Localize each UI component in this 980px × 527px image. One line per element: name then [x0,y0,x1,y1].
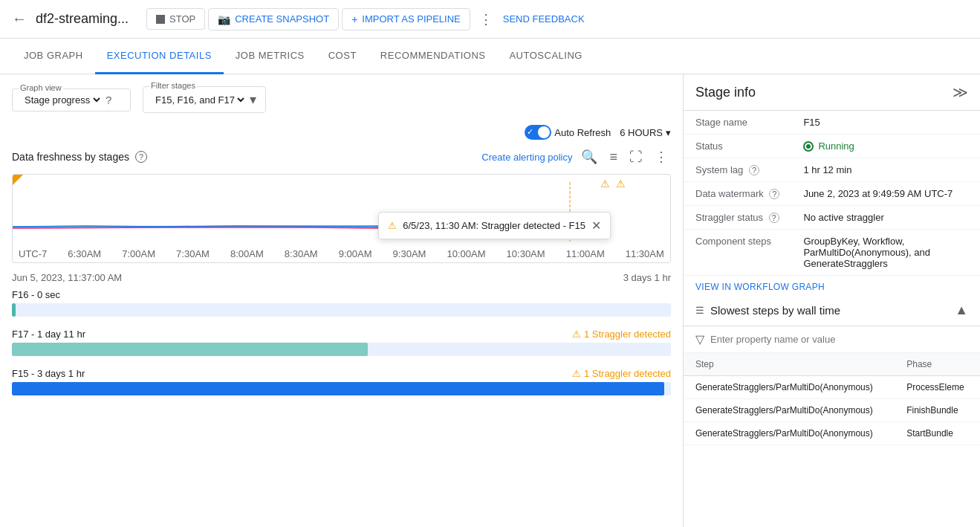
tab-cost[interactable]: COST [317,39,369,74]
view-workflow-link[interactable]: VIEW IN WORKFLOW GRAPH [684,276,980,295]
stage-info-table: Stage name F15 Status Running [684,111,980,276]
import-icon: + [351,13,357,25]
hours-arrow-icon: ▾ [666,127,671,138]
xaxis-label-0: UTC-7 [19,248,47,259]
fullscreen-icon[interactable]: ⛶ [626,146,646,168]
bar-f17-label: F17 - 1 day 11 hr [12,329,85,340]
send-feedback-button[interactable]: SEND FEEDBACK [503,13,585,25]
zoom-icon[interactable]: 🔍 [578,146,600,168]
step-cell-1: GenerateStragglers/ParMultiDo(Anonymous) [684,399,895,422]
stop-label: STOP [169,13,195,25]
freshness-header: Data freshness by stages ? Create alerti… [12,146,671,168]
tab-autoscaling[interactable]: AUTOSCALING [497,39,594,74]
slowest-steps-title: Slowest steps by wall time [710,304,840,317]
topbar-actions: STOP 📷 CREATE SNAPSHOT + IMPORT AS PIPEL… [146,6,585,33]
table-row: Status Running [684,135,980,158]
col-phase: Phase [895,353,980,376]
bar-f17-track [12,343,671,356]
filter-stages-arrow-icon: ▾ [250,91,256,108]
chart-xaxis: UTC-7 6:30AM 7:00AM 7:30AM 8:00AM 8:30AM… [13,240,670,262]
more-options-button[interactable]: ⋮ [473,6,500,33]
system-lag-help-icon[interactable]: ? [749,165,759,175]
steps-table: Step Phase GenerateStragglers/ParMultiDo… [684,353,980,445]
field-label-component-steps: Component steps [684,230,791,276]
table-row: Component steps GroupByKey, Workflow, Pa… [684,230,980,276]
xaxis-label-9: 10:30AM [507,248,545,259]
tab-execution-details[interactable]: EXECUTION DETAILS [95,39,224,74]
hours-selector[interactable]: 6 HOURS ▾ [620,127,671,138]
table-row: System lag ? 1 hr 12 min [684,158,980,182]
xaxis-label-4: 8:00AM [230,248,264,259]
col-step: Step [684,353,895,376]
back-button[interactable]: ← [12,10,27,28]
filter-chart-icon[interactable]: ≡ [606,146,620,168]
graph-view-select[interactable]: Stage progress [22,94,103,106]
phase-cell-1: FinishBundle [895,399,980,422]
tab-job-metrics[interactable]: JOB METRICS [224,39,317,74]
bar-duration: 3 days 1 hr [623,272,671,283]
field-label-straggler-status: Straggler status ? [684,206,791,230]
create-snapshot-label: CREATE SNAPSHOT [235,13,329,25]
auto-refresh-toggle[interactable]: ✓ Auto Refresh [525,125,611,140]
xaxis-label-11: 11:30AM [626,248,664,259]
topbar: ← df2-streaming... STOP 📷 CREATE SNAPSHO… [0,0,980,39]
more-chart-options-icon[interactable]: ⋮ [652,146,671,168]
step-cell-2: GenerateStragglers/ParMultiDo(Anonymous) [684,422,895,445]
filter-input[interactable] [710,334,968,345]
freshness-title: Data freshness by stages [12,151,129,163]
data-watermark-help-icon[interactable]: ? [769,189,779,199]
chart-tooltip: ⚠ 6/5/23, 11:30 AM: Straggler detected -… [378,212,611,239]
table-row: Straggler status ? No active straggler [684,206,980,230]
steps-table-header-row: Step Phase [684,353,980,376]
xaxis-label-7: 9:30AM [393,248,426,259]
field-value-system-lag: 1 hr 12 min [791,158,980,182]
xaxis-label-6: 9:00AM [339,248,372,259]
auto-refresh-label: Auto Refresh [554,127,611,138]
xaxis-label-10: 11:00AM [566,248,605,259]
straggler-help-icon[interactable]: ? [769,213,779,223]
status-running-label: Running [818,140,854,152]
stop-icon [156,15,165,24]
filter-row: ▽ [684,326,980,353]
import-pipeline-button[interactable]: + IMPORT AS PIPELINE [342,8,470,30]
chart-container: ⚠ ⚠ UTC-7 6:30AM 7:00AM 7:30AM 8:00AM [12,174,671,263]
bar-item-f16: F16 - 0 sec [12,289,671,317]
page-title: df2-streaming... [36,11,129,27]
tooltip-close-button[interactable]: ✕ [591,219,601,233]
filter-stages-label: Filter stages [149,81,197,90]
field-value-stage-name: F15 [791,111,980,135]
slowest-collapse-icon[interactable]: ▲ [955,303,968,318]
xaxis-label-8: 10:00AM [447,248,485,259]
tab-job-graph[interactable]: JOB GRAPH [12,39,95,74]
graph-view-help-icon[interactable]: ? [106,94,111,106]
controls-row: Graph view Stage progress ? Filter stage… [12,86,671,113]
bar-f15-fill [12,382,664,395]
tooltip-text: 6/5/23, 11:30 AM: Straggler detected - F… [403,220,585,231]
tab-recommendations[interactable]: RECOMMENDATIONS [369,39,498,74]
bar-f17-fill [12,343,368,356]
collapse-panel-button[interactable]: ≫ [953,83,968,101]
graph-view-field: Graph view Stage progress ? [12,88,131,111]
stage-info-title: Stage info [695,85,756,100]
create-alerting-link[interactable]: Create alerting policy [481,152,572,163]
refresh-row: ✓ Auto Refresh 6 HOURS ▾ [12,125,671,140]
bar-f17-warning-text: 1 Straggler detected [584,329,671,340]
snapshot-icon: 📷 [218,13,230,25]
bar-f16-fill [12,303,16,317]
warning-icon-f17: ⚠ [572,329,581,340]
filter-stages-select[interactable]: F15, F16, and F17 [152,94,247,106]
left-panel: Graph view Stage progress ? Filter stage… [0,74,683,527]
hours-label: 6 HOURS [620,127,663,138]
field-value-component-steps: GroupByKey, Workflow, ParMultiDo(Anonymo… [791,230,980,276]
stop-button[interactable]: STOP [146,8,205,30]
field-label-system-lag: System lag ? [684,158,791,182]
status-dot-icon [803,141,814,152]
slowest-steps-header[interactable]: ☰ Slowest steps by wall time ▲ [684,295,980,326]
freshness-help-icon[interactable]: ? [135,151,147,163]
right-panel: Stage info ≫ Stage name F15 Status [683,74,980,527]
bar-f15-warning: ⚠ 1 Straggler detected [572,368,671,379]
filter-icon-slowest: ☰ [695,305,704,316]
create-snapshot-button[interactable]: 📷 CREATE SNAPSHOT [208,8,339,30]
import-pipeline-label: IMPORT AS PIPELINE [362,13,460,25]
filter-funnel-icon: ▽ [695,332,704,346]
